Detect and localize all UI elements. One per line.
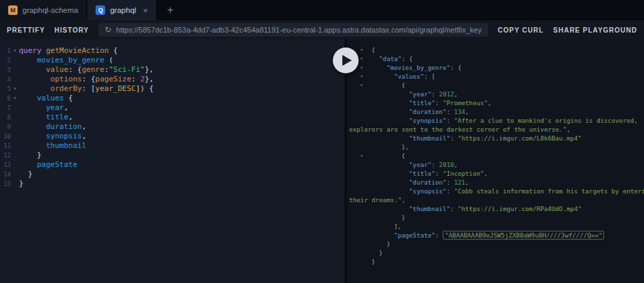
code-text: } [19, 170, 344, 179]
line-number: 10 [1, 132, 11, 141]
result-line: ▾{ [347, 45, 644, 54]
fold-gutter [11, 113, 19, 122]
fold-arrow-icon[interactable]: ▾ [11, 46, 19, 56]
fold-gutter [11, 160, 19, 170]
code-text: year, [19, 103, 344, 113]
line-number: 9 [1, 122, 11, 132]
fold-gutter [11, 151, 19, 160]
result-line: } [347, 248, 644, 257]
fold-gutter [11, 170, 19, 179]
code-text: query getMovieAction { [19, 46, 344, 56]
code-line[interactable]: 8 title, [1, 113, 344, 122]
code-line[interactable]: 2 movies_by_genre ( [1, 56, 344, 65]
result-text: "pageState": "ABAABAAAB9oJSW5jZXB0aW9u8H… [347, 231, 604, 240]
share-playground-button[interactable]: SHARE PLAYGROUND [553, 26, 637, 34]
result-line: "year": 2012, [347, 90, 644, 98]
code-line[interactable]: 12 } [1, 151, 344, 160]
result-line: explorers are sent to the darkest corner… [347, 125, 644, 134]
play-icon [342, 55, 352, 66]
code-line[interactable]: 14 } [1, 170, 344, 179]
prettify-button[interactable]: PRETTIFY [7, 26, 45, 34]
fold-arrow-icon[interactable]: ▾ [11, 94, 19, 103]
line-number: 14 [1, 170, 11, 179]
result-text: "title": "Inception", [347, 169, 488, 178]
line-number: 11 [1, 141, 11, 151]
fold-gutter [11, 103, 19, 113]
copy-curl-button[interactable]: COPY CURL [498, 26, 544, 34]
code-line[interactable]: 5▾ orderBy: [year_DESC]) { [1, 84, 344, 94]
tab-graphql-schema[interactable]: M graphql-schema [0, 0, 86, 20]
new-tab-button[interactable]: + [157, 0, 182, 20]
code-text: } [19, 179, 344, 189]
result-line: "synopsis": "Cobb steals information fro… [347, 187, 644, 195]
code-line[interactable]: 7 year, [1, 103, 344, 113]
fold-arrow-icon[interactable]: ▾ [360, 72, 363, 81]
code-line[interactable]: 11 thumbnail [1, 141, 344, 151]
reload-icon[interactable]: ↻ [104, 26, 111, 34]
result-line: "pageState": "ABAABAAAB9oJSW5jZXB0aW9u8H… [347, 231, 644, 240]
line-number: 3 [1, 65, 11, 75]
run-query-button[interactable] [333, 48, 359, 73]
result-line: "duration": 134, [347, 107, 644, 116]
result-text: "thumbnail": "https://i.imgur.com/L8k6Ba… [347, 134, 582, 143]
endpoint-url-input[interactable]: ↻ https://5857dc1b-853a-4dd7-adb3-42c454… [98, 23, 488, 37]
fold-gutter [11, 65, 19, 75]
result-text: "year": 2012, [347, 90, 458, 98]
tab-label: graphql-schema [22, 6, 78, 14]
fold-arrow-icon[interactable]: ▾ [360, 151, 363, 160]
code-line[interactable]: 3 value: {genre:"Sci-Fi"}, [1, 65, 344, 75]
result-text: "thumbnail": "https://i.imgur.com/RPa4Ud… [347, 204, 582, 213]
fold-arrow-icon[interactable]: ▾ [11, 84, 19, 94]
code-text: title, [19, 113, 344, 122]
fold-arrow-icon[interactable]: ▾ [360, 54, 363, 63]
query-editor[interactable]: 1▾query getMovieAction {2 movies_by_genr… [0, 39, 344, 283]
result-line: "thumbnail": "https://i.imgur.com/L8k6Ba… [347, 134, 644, 143]
close-tab-icon[interactable]: × [143, 6, 148, 15]
code-text: thumbnail [19, 141, 344, 151]
result-text: "synopsis": "After a clue to mankind's o… [347, 116, 638, 125]
fold-gutter [11, 56, 19, 65]
code-text: duration, [19, 122, 344, 132]
code-text: orderBy: [year_DESC]) { [19, 84, 344, 94]
result-line: ], [347, 222, 644, 231]
code-line[interactable]: 4 options: {pageSize: 2}, [1, 75, 344, 84]
result-line: ▾ { [347, 151, 644, 160]
query-editor-lines: 1▾query getMovieAction {2 movies_by_genr… [0, 39, 344, 189]
result-text: } [347, 213, 405, 222]
fold-gutter [11, 75, 19, 84]
result-line: "duration": 121, [347, 178, 644, 187]
code-line[interactable]: 13 pageState [1, 160, 344, 170]
result-text: "year": 2010, [347, 160, 458, 169]
fold-gutter [11, 132, 19, 141]
code-line[interactable]: 6▾ values { [1, 94, 344, 103]
code-line[interactable]: 15} [1, 179, 344, 189]
result-line: "thumbnail": "https://i.imgur.com/RPa4Ud… [347, 204, 644, 213]
fold-arrow-icon[interactable]: ▾ [360, 81, 363, 90]
result-text: { [347, 81, 405, 90]
result-line: ▾ "values": [ [347, 72, 644, 81]
code-line[interactable]: 10 synopsis, [1, 132, 344, 141]
code-line[interactable]: 9 duration, [1, 122, 344, 132]
fold-gutter [11, 122, 19, 132]
tab-graphql[interactable]: Q graphql × [87, 0, 156, 20]
fold-gutter [11, 179, 19, 189]
result-text: explorers are sent to the darkest corner… [347, 125, 570, 134]
result-line: ▾ { [347, 81, 644, 90]
result-text: "synopsis": "Cobb steals information fro… [347, 187, 644, 195]
code-line[interactable]: 1▾query getMovieAction { [1, 46, 344, 56]
result-text: "title": "Prometheus", [347, 98, 491, 107]
result-text: "movies_by_genre": { [347, 63, 462, 72]
result-text: } [347, 248, 383, 257]
line-number: 15 [1, 179, 11, 189]
fold-arrow-icon[interactable]: ▾ [360, 45, 363, 54]
history-button[interactable]: HISTORY [54, 26, 89, 34]
schema-tab-icon: M [8, 5, 18, 15]
fold-arrow-icon[interactable]: ▾ [360, 63, 363, 72]
result-text: } [347, 257, 376, 266]
result-text: } [347, 240, 390, 248]
result-text: }, [347, 143, 409, 151]
result-line: "title": "Inception", [347, 169, 644, 178]
line-number: 1 [1, 46, 11, 56]
result-line: } [347, 213, 644, 222]
code-text: } [19, 151, 344, 160]
